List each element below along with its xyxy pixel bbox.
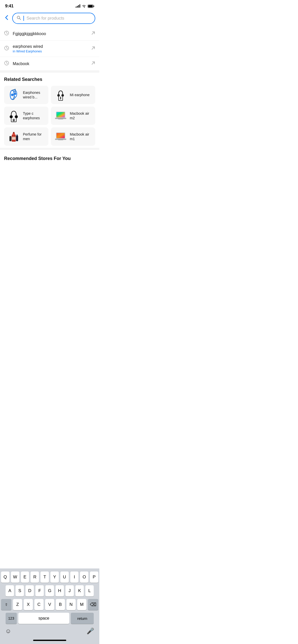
related-card-label-2: Mi earphone — [70, 93, 90, 97]
related-searches-grid: Earphones wired b... Mi earphone — [4, 86, 95, 146]
svg-rect-42 — [57, 133, 65, 138]
recommended-stores-section: Recommended Stores For You — [0, 152, 99, 167]
svg-rect-31 — [58, 119, 63, 119]
svg-rect-39 — [17, 135, 18, 136]
related-searches-title: Related Searches — [4, 77, 95, 82]
svg-point-14 — [57, 94, 60, 97]
related-card-img-6 — [54, 130, 67, 143]
related-card-2[interactable]: Mi earphone — [51, 86, 95, 104]
svg-rect-2 — [88, 5, 93, 7]
svg-rect-1 — [93, 5, 94, 7]
history-item-1[interactable]: Fgjiggjkjggjkkkooo — [0, 27, 99, 41]
signal-icon — [76, 5, 80, 8]
svg-rect-40 — [9, 136, 11, 141]
related-card-img-3 — [7, 109, 20, 122]
history-text-3: Macbook — [13, 62, 88, 66]
history-text-1: Fgjiggjkjggjkkkooo — [13, 32, 88, 36]
related-card-6[interactable]: Macbook air m1 — [51, 127, 95, 146]
svg-rect-29 — [57, 112, 65, 117]
search-icon — [17, 16, 21, 21]
related-card-label-6: Macbook air m1 — [70, 132, 92, 141]
related-card-4[interactable]: Macbook air m2 — [51, 107, 95, 125]
section-divider-2 — [0, 148, 99, 150]
wifi-icon — [82, 5, 86, 8]
svg-rect-27 — [13, 119, 15, 120]
related-card-label-1: Earphones wired b... — [23, 90, 45, 99]
svg-rect-34 — [13, 132, 15, 134]
svg-rect-37 — [12, 137, 16, 140]
status-bar: 9:41 — [0, 0, 99, 11]
history-text-2: earphones wired in Wired Earphones — [13, 44, 88, 53]
related-card-5[interactable]: Perfume for men — [4, 127, 48, 146]
search-placeholder: Search for products — [26, 16, 64, 21]
history-icon-3 — [4, 61, 9, 67]
search-input-field[interactable]: Search for products — [12, 13, 95, 24]
status-icons — [76, 5, 94, 8]
svg-point-21 — [10, 115, 13, 118]
related-card-img-2 — [54, 88, 67, 101]
arrow-icon-2 — [91, 46, 95, 51]
arrow-icon-1 — [91, 31, 95, 36]
related-card-img-5 — [7, 130, 20, 143]
history-item-2[interactable]: earphones wired in Wired Earphones — [0, 41, 99, 57]
battery-icon — [88, 5, 94, 8]
svg-point-20 — [60, 97, 61, 98]
svg-point-15 — [61, 94, 64, 97]
history-item-3[interactable]: Macbook — [0, 57, 99, 71]
svg-line-10 — [12, 89, 15, 90]
history-icon-1 — [4, 31, 9, 37]
related-card-label-4: Macbook air m2 — [70, 111, 92, 120]
related-card-3[interactable]: Type c earphones — [4, 107, 48, 125]
related-card-label-5: Perfume for men — [23, 132, 45, 141]
svg-rect-35 — [12, 135, 15, 136]
recommended-stores-title: Recommended Stores For You — [4, 156, 95, 161]
svg-point-9 — [11, 94, 13, 96]
arrow-icon-3 — [91, 61, 95, 66]
cursor — [23, 16, 24, 21]
svg-line-4 — [20, 19, 21, 20]
svg-point-22 — [15, 115, 18, 118]
status-time: 9:41 — [5, 4, 13, 9]
history-list: Fgjiggjkjggjkkkooo earphones wired in Wi… — [0, 27, 99, 71]
svg-rect-38 — [16, 136, 18, 141]
related-card-1[interactable]: Earphones wired b... — [4, 86, 48, 104]
related-card-img-4 — [54, 109, 67, 122]
section-divider-1 — [0, 71, 99, 73]
history-icon-2 — [4, 46, 9, 52]
svg-rect-19 — [60, 97, 61, 99]
related-card-label-3: Type c earphones — [23, 111, 45, 120]
back-button[interactable] — [4, 14, 9, 23]
search-bar-container: Search for products — [0, 11, 99, 27]
related-card-img-1 — [7, 88, 20, 101]
svg-rect-44 — [58, 140, 63, 140]
related-searches-section: Related Searches Earphones wired b... — [0, 73, 99, 148]
svg-point-12 — [14, 93, 16, 95]
